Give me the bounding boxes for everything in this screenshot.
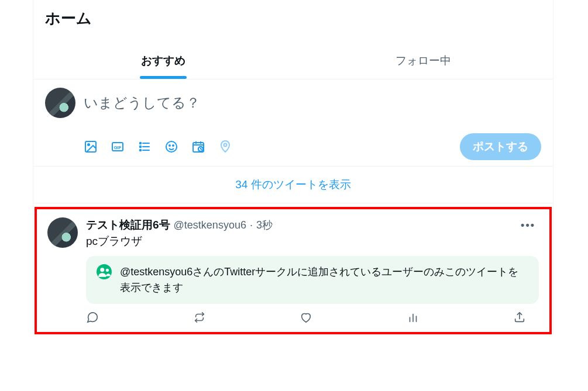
avatar[interactable] — [47, 217, 78, 248]
svg-point-23 — [106, 269, 109, 272]
circle-people-icon — [97, 264, 112, 279]
tab-recommended[interactable]: おすすめ — [33, 44, 293, 79]
tweet-actions — [86, 304, 531, 328]
tab-underline — [140, 76, 187, 79]
circle-notice-banner: @testkensyou6さんのTwitterサークルに追加されているユーザーの… — [86, 256, 539, 304]
circle-notice-text: @testkensyou6さんのTwitterサークルに追加されているユーザーの… — [120, 264, 528, 296]
tweet-composer: いまどうしてる？ GIF — [33, 79, 553, 167]
emoji-icon[interactable] — [164, 140, 178, 154]
tweet-handle[interactable]: @testkensyou6 — [174, 219, 246, 231]
tweet-time[interactable]: 3秒 — [256, 218, 273, 232]
retweet-icon[interactable] — [193, 311, 206, 324]
media-icon[interactable] — [84, 140, 98, 154]
tab-following[interactable]: フォロー中 — [293, 44, 553, 79]
separator: · — [250, 219, 253, 231]
tweet-display-name[interactable]: テスト検証用6号 — [86, 217, 170, 233]
svg-point-1 — [88, 144, 90, 146]
views-icon[interactable] — [407, 311, 419, 324]
tab-label: フォロー中 — [396, 53, 451, 68]
tweet[interactable]: テスト検証用6号 @testkensyou6 · 3秒 ••• pcブラウザ @… — [37, 209, 549, 332]
timeline-tabs: おすすめ フォロー中 — [33, 44, 553, 79]
svg-point-12 — [173, 145, 174, 146]
svg-text:GIF: GIF — [114, 145, 122, 150]
poll-icon[interactable] — [137, 140, 152, 154]
svg-point-10 — [166, 141, 177, 152]
highlighted-tweet-box: テスト検証用6号 @testkensyou6 · 3秒 ••• pcブラウザ @… — [35, 207, 552, 334]
svg-point-4 — [140, 143, 142, 144]
svg-point-6 — [140, 146, 142, 148]
svg-point-21 — [224, 144, 227, 147]
svg-point-22 — [100, 268, 104, 272]
svg-point-8 — [140, 150, 142, 151]
timeline-feed: ホーム おすすめ フォロー中 いまどうしてる？ GIF — [33, 0, 553, 334]
tab-label: おすすめ — [141, 53, 185, 68]
schedule-icon[interactable] — [191, 140, 205, 154]
tweet-text: pcブラウザ — [86, 234, 539, 249]
show-more-tweets[interactable]: 34 件のツイートを表示 — [33, 167, 553, 203]
svg-point-11 — [169, 145, 170, 146]
composer-input[interactable]: いまどうしてる？ — [84, 88, 541, 129]
post-button[interactable]: ポストする — [460, 133, 541, 160]
gif-icon[interactable]: GIF — [111, 140, 125, 154]
page-title: ホーム — [33, 0, 553, 44]
more-icon[interactable]: ••• — [517, 218, 539, 233]
share-icon[interactable] — [513, 311, 526, 324]
svg-line-20 — [201, 149, 202, 150]
avatar[interactable] — [45, 88, 75, 118]
reply-icon[interactable] — [86, 311, 99, 324]
like-icon[interactable] — [300, 311, 312, 324]
location-icon[interactable] — [218, 140, 232, 154]
